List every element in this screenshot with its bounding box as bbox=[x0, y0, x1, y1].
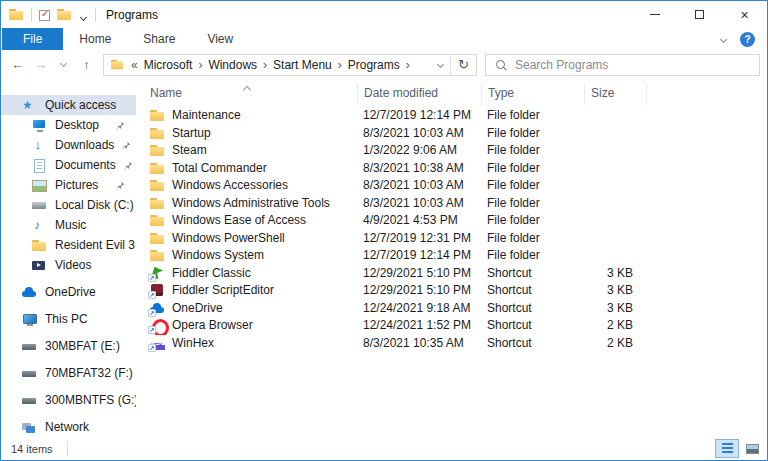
breadcrumb-separator[interactable]: › bbox=[406, 58, 410, 72]
file-size bbox=[584, 177, 646, 195]
window-title: Programs bbox=[106, 8, 158, 22]
sidebar-item-300mbntfs-g[interactable]: 300MBNTFS (G:) bbox=[1, 390, 136, 410]
details-view-button[interactable] bbox=[715, 439, 739, 458]
folder-icon bbox=[150, 144, 165, 157]
file-size bbox=[584, 125, 646, 143]
breadcrumb-item-microsoft[interactable]: Microsoft bbox=[144, 58, 193, 72]
file-name: Fiddler Classic bbox=[172, 265, 251, 283]
breadcrumb-item-windows[interactable]: Windows bbox=[208, 58, 257, 72]
file-type: File folder bbox=[481, 160, 584, 178]
file-type: File folder bbox=[481, 177, 584, 195]
customize-quick-access-toolbar-icon[interactable] bbox=[79, 6, 88, 24]
date-modified: 1/3/2022 9:06 AM bbox=[357, 142, 481, 160]
file-row-windows-administrative-tools[interactable]: Windows Administrative Tools 8/3/2021 10… bbox=[136, 195, 767, 213]
sidebar-item-this-pc[interactable]: This PC bbox=[1, 309, 136, 329]
file-row-opera-browser[interactable]: ↗Opera Browser 12/24/2021 1:52 PM Shortc… bbox=[136, 317, 767, 335]
file-type: Shortcut bbox=[481, 317, 584, 335]
sidebar-item-network[interactable]: Network bbox=[1, 417, 136, 437]
date-modified: 12/29/2021 5:10 PM bbox=[357, 282, 481, 300]
breadcrumb-item-programs[interactable]: Programs bbox=[348, 58, 400, 72]
shortcut-overlay-icon: ↗ bbox=[148, 274, 156, 282]
file-row-windows-ease-of-access[interactable]: Windows Ease of Access 4/9/2021 4:53 PM … bbox=[136, 212, 767, 230]
recent-locations-button[interactable] bbox=[53, 54, 74, 76]
sidebar-item-label: Pictures bbox=[55, 178, 98, 192]
sidebar-item-resident-evil-3[interactable]: Resident Evil 3 bbox=[1, 235, 136, 255]
up-button[interactable]: ↑ bbox=[76, 54, 97, 76]
sidebar-item-downloads[interactable]: Downloads bbox=[1, 135, 136, 155]
folder-icon bbox=[150, 109, 165, 122]
column-header-name[interactable]: Name bbox=[136, 83, 357, 105]
winhex-icon: ↗ bbox=[150, 337, 165, 350]
breadcrumb-overflow[interactable]: « bbox=[131, 58, 138, 72]
search-input[interactable] bbox=[515, 55, 759, 75]
file-size: 2 KB bbox=[584, 317, 646, 335]
main-area: Quick access Desktop Downloads Documents… bbox=[1, 79, 767, 437]
file-name: Maintenance bbox=[172, 107, 241, 125]
file-row-windows-accessories[interactable]: Windows Accessories 8/3/2021 10:03 AM Fi… bbox=[136, 177, 767, 195]
sidebar-item-onedrive[interactable]: OneDrive bbox=[1, 282, 136, 302]
maximize-icon bbox=[695, 10, 704, 19]
refresh-button[interactable]: ↻ bbox=[450, 55, 476, 75]
column-header-date-modified[interactable]: Date modified bbox=[357, 83, 481, 105]
breadcrumb-separator[interactable]: › bbox=[263, 58, 267, 72]
column-header-size[interactable]: Size bbox=[584, 83, 646, 105]
file-row-steam[interactable]: Steam 1/3/2022 9:06 AM File folder bbox=[136, 142, 767, 160]
folder-icon bbox=[150, 214, 165, 227]
maximize-button[interactable] bbox=[677, 1, 722, 28]
sidebar-item-label: Desktop bbox=[55, 118, 99, 132]
file-row-windows-powershell[interactable]: Windows PowerShell 12/7/2019 12:31 PM Fi… bbox=[136, 230, 767, 248]
large-icons-view-button[interactable] bbox=[740, 439, 764, 458]
file-size: 3 KB bbox=[584, 300, 646, 318]
toolbar-divider bbox=[95, 8, 96, 22]
file-row-maintenance[interactable]: Maintenance 12/7/2019 12:14 PM File fold… bbox=[136, 107, 767, 125]
close-button[interactable]: × bbox=[722, 1, 767, 28]
drive-icon bbox=[22, 340, 37, 353]
large-icons-view-icon bbox=[746, 444, 759, 454]
tab-home[interactable]: Home bbox=[63, 28, 127, 50]
file-row-total-commander[interactable]: Total Commander 8/3/2021 10:38 AM File f… bbox=[136, 160, 767, 178]
breadcrumb-item-start-menu[interactable]: Start Menu bbox=[273, 58, 332, 72]
minimize-button[interactable] bbox=[632, 1, 677, 28]
sidebar-item-label: Quick access bbox=[45, 98, 116, 112]
file-row-onedrive[interactable]: ↗OneDrive 12/24/2021 9:18 AM Shortcut 3 … bbox=[136, 300, 767, 318]
file-row-startup[interactable]: Startup 8/3/2021 10:03 AM File folder bbox=[136, 125, 767, 143]
window-controls: × bbox=[632, 1, 767, 28]
properties-icon[interactable] bbox=[39, 10, 50, 21]
music-icon bbox=[32, 219, 47, 232]
pin-icon bbox=[122, 141, 131, 150]
forward-button[interactable]: → bbox=[30, 54, 51, 76]
onedrive-icon: ↗ bbox=[150, 302, 165, 315]
desktop-icon bbox=[32, 119, 47, 132]
new-folder-icon[interactable] bbox=[57, 8, 72, 21]
tab-view[interactable]: View bbox=[191, 28, 249, 50]
file-row-windows-system[interactable]: Windows System 12/7/2019 12:14 PM File f… bbox=[136, 247, 767, 265]
address-dropdown-button[interactable] bbox=[430, 55, 450, 75]
back-button[interactable]: ← bbox=[7, 54, 28, 76]
tab-file[interactable]: File bbox=[2, 28, 63, 50]
breadcrumb-separator[interactable]: › bbox=[338, 58, 342, 72]
file-type: File folder bbox=[481, 107, 584, 125]
breadcrumb-separator[interactable]: › bbox=[198, 58, 202, 72]
sidebar-item-pictures[interactable]: Pictures bbox=[1, 175, 136, 195]
file-type: File folder bbox=[481, 195, 584, 213]
help-icon[interactable]: ? bbox=[740, 32, 755, 47]
expand-ribbon-icon[interactable] bbox=[720, 35, 727, 42]
sidebar-item-documents[interactable]: Documents bbox=[1, 155, 136, 175]
toolbar-divider bbox=[31, 8, 32, 22]
file-row-fiddler-classic[interactable]: ↗Fiddler Classic 12/29/2021 5:10 PM Shor… bbox=[136, 265, 767, 283]
sidebar-item-local-disk-c[interactable]: Local Disk (C:) bbox=[1, 195, 136, 215]
search-box bbox=[485, 54, 760, 76]
file-name: Startup bbox=[172, 125, 211, 143]
sidebar-item-70mbfat32-f[interactable]: 70MBFAT32 (F:) bbox=[1, 363, 136, 383]
sidebar-item-30mbfat-e[interactable]: 30MBFAT (E:) bbox=[1, 336, 136, 356]
sidebar-item-videos[interactable]: Videos bbox=[1, 255, 136, 275]
file-row-fiddler-scripteditor[interactable]: ↗Fiddler ScriptEditor 12/29/2021 5:10 PM… bbox=[136, 282, 767, 300]
file-explorer-window: Programs × FileHomeShareView ? ← → ↑ « M… bbox=[0, 0, 768, 461]
sidebar-item-quick-access[interactable]: Quick access bbox=[1, 95, 136, 115]
sidebar-item-desktop[interactable]: Desktop bbox=[1, 115, 136, 135]
tab-share[interactable]: Share bbox=[127, 28, 191, 50]
file-row-winhex[interactable]: ↗WinHex 8/3/2021 10:35 AM Shortcut 2 KB bbox=[136, 335, 767, 353]
address-bar[interactable]: « Microsoft›Windows›Start Menu›Programs›… bbox=[103, 54, 477, 76]
column-header-type[interactable]: Type bbox=[481, 83, 584, 105]
sidebar-item-music[interactable]: Music bbox=[1, 215, 136, 235]
